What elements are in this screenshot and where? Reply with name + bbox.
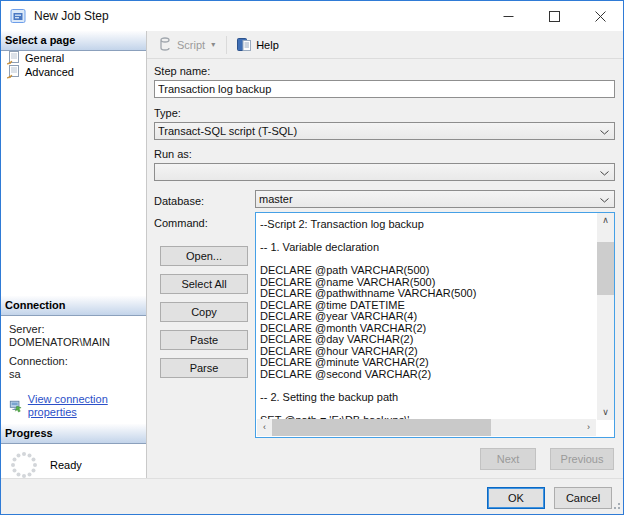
cancel-button[interactable]: Cancel xyxy=(554,487,612,509)
copy-button[interactable]: Copy xyxy=(160,302,248,322)
run-as-label: Run as: xyxy=(154,148,615,161)
connection-block: Server: DOMENATOR\MAIN Connection: sa Vi… xyxy=(1,316,146,419)
scroll-left-icon[interactable]: ‹ xyxy=(257,419,272,436)
database-label: Database: xyxy=(154,192,255,205)
progress-status: Ready xyxy=(50,459,82,471)
server-value: DOMENATOR\MAIN xyxy=(9,336,142,349)
dialog-footer: OK Cancel xyxy=(1,478,623,514)
chevron-down-icon xyxy=(600,193,609,205)
paste-button[interactable]: Paste xyxy=(160,330,248,350)
main-panel: Script ▾ Help Step name: Type: Transact-… xyxy=(147,31,623,478)
database-select-value: master xyxy=(259,193,600,205)
parse-button[interactable]: Parse xyxy=(160,358,248,378)
window-title: New Job Step xyxy=(34,9,109,23)
scroll-up-icon[interactable]: ∧ xyxy=(597,213,614,228)
sidebar-item-general[interactable]: General xyxy=(1,51,146,65)
script-icon xyxy=(157,37,173,52)
command-text-area[interactable]: --Script 2: Transaction log backup -- 1.… xyxy=(256,213,597,437)
view-connection-properties-link[interactable]: View connection properties xyxy=(28,393,142,419)
form-content: Step name: Type: Transact-SQL script (T-… xyxy=(147,59,623,478)
ok-button[interactable]: OK xyxy=(487,487,545,509)
sidebar: Select a page General Advanced Connectio… xyxy=(1,31,147,478)
new-job-step-dialog: New Job Step Select a page General Advan… xyxy=(0,0,624,515)
horizontal-scrollbar[interactable]: ‹ › xyxy=(257,419,596,436)
toolbar-separator xyxy=(226,36,227,54)
run-as-select[interactable] xyxy=(154,163,615,181)
command-editor[interactable]: --Script 2: Transaction log backup -- 1.… xyxy=(255,212,615,438)
vertical-scrollbar[interactable]: ∧ ∨ xyxy=(597,213,614,420)
select-all-button[interactable]: Select All xyxy=(160,274,248,294)
database-row: Database: master xyxy=(154,190,615,208)
horizontal-scroll-track[interactable] xyxy=(272,419,581,436)
select-a-page-header: Select a page xyxy=(1,31,146,51)
dialog-body: Select a page General Advanced Connectio… xyxy=(1,31,623,478)
connection-header: Connection xyxy=(1,296,146,316)
scroll-down-icon[interactable]: ∨ xyxy=(597,405,614,420)
page-icon xyxy=(6,65,21,79)
help-button[interactable]: Help xyxy=(233,35,282,54)
minimize-button[interactable] xyxy=(485,1,531,31)
progress-spinner-icon xyxy=(9,450,39,478)
sidebar-item-label: Advanced xyxy=(25,66,74,78)
script-dropdown-caret-icon[interactable]: ▾ xyxy=(209,40,217,49)
resize-grip[interactable] xyxy=(611,500,621,512)
progress-header: Progress xyxy=(1,424,146,444)
connection-properties-icon xyxy=(9,399,23,413)
previous-button[interactable]: Previous xyxy=(550,448,614,470)
help-icon xyxy=(236,37,252,52)
open-button[interactable]: Open... xyxy=(160,246,248,266)
toolbar: Script ▾ Help xyxy=(147,31,623,59)
script-button[interactable]: Script ▾ xyxy=(154,35,220,54)
vertical-scroll-thumb[interactable] xyxy=(597,242,614,295)
command-text: --Script 2: Transaction log backup -- 1.… xyxy=(260,219,595,426)
command-row: Command: Open... Select All Copy Paste P… xyxy=(154,212,615,438)
chevron-down-icon xyxy=(600,166,609,178)
progress-block: Ready xyxy=(1,444,146,478)
wizard-nav-row: Next Previous xyxy=(154,448,615,470)
sidebar-item-label: General xyxy=(25,52,64,64)
type-select[interactable]: Transact-SQL script (T-SQL) xyxy=(154,122,615,140)
page-icon xyxy=(6,51,21,65)
help-label: Help xyxy=(256,39,279,51)
script-label: Script xyxy=(177,39,205,51)
type-label: Type: xyxy=(154,107,615,120)
scroll-right-icon[interactable]: › xyxy=(581,419,596,436)
command-button-stack: Open... Select All Copy Paste Parse xyxy=(154,246,255,378)
sidebar-item-advanced[interactable]: Advanced xyxy=(1,65,146,79)
database-select[interactable]: master xyxy=(255,190,615,208)
connection-label: Connection: xyxy=(9,355,142,368)
vertical-scroll-track[interactable] xyxy=(597,228,614,405)
chevron-down-icon xyxy=(600,125,609,137)
horizontal-scroll-thumb[interactable] xyxy=(272,419,491,436)
maximize-button[interactable] xyxy=(531,1,577,31)
next-button[interactable]: Next xyxy=(480,448,536,470)
app-icon xyxy=(10,8,26,24)
step-name-label: Step name: xyxy=(154,65,615,78)
type-select-value: Transact-SQL script (T-SQL) xyxy=(158,125,600,137)
command-label: Command: xyxy=(154,217,255,230)
close-button[interactable] xyxy=(577,1,623,31)
server-label: Server: xyxy=(9,323,142,336)
connection-value: sa xyxy=(9,368,142,381)
titlebar: New Job Step xyxy=(1,1,623,31)
step-name-input[interactable] xyxy=(154,80,615,98)
